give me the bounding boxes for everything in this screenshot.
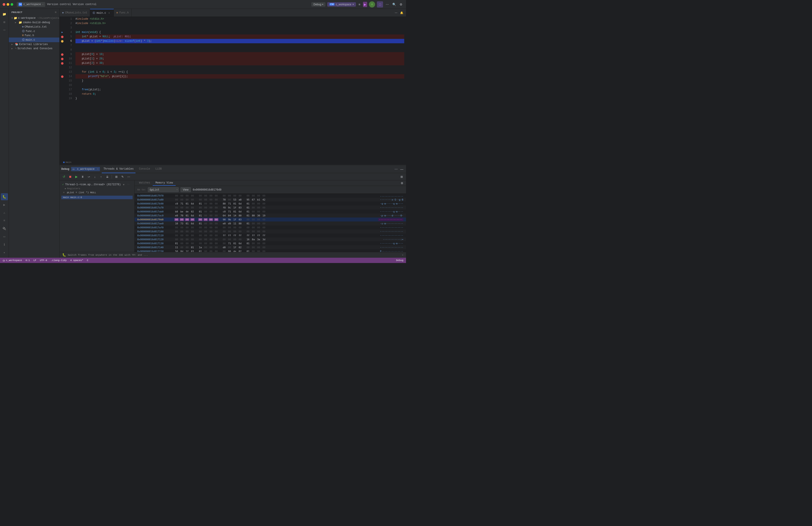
status-indent[interactable]: 4 spaces* (70, 259, 83, 262)
list-icon[interactable]: ≡ (1, 217, 8, 224)
code-text: <stdio.h> (90, 17, 104, 21)
panel-tab-console[interactable]: Console (137, 165, 152, 173)
tab-func-h[interactable]: H func.h (114, 9, 132, 17)
pause-button[interactable]: ⏸ (80, 174, 85, 179)
rerun-button[interactable]: ↺ (61, 174, 67, 179)
mem-byte: 01 (185, 202, 189, 205)
step-out-button[interactable]: ↑ (98, 174, 104, 179)
line-num-10: 10 (67, 57, 72, 61)
panel-minimize-button[interactable]: — (400, 167, 404, 172)
tab-close-icon[interactable]: ✕ (107, 11, 111, 15)
mem-bytes-14: 11 00 00 01 1a 00 00 00 d0 (174, 246, 376, 249)
cmake-tab-icon: ⊕ (62, 11, 64, 14)
gutter-cell-9[interactable]: ⬤ (60, 52, 65, 57)
run-debug-button[interactable]: ▶ (363, 2, 367, 7)
mem-addr-5: 0x000000016d017ab0 (137, 210, 173, 213)
stop-button[interactable]: ⏹ (68, 174, 73, 179)
memory-view-tab[interactable]: Memory View (153, 181, 175, 186)
sidebar-icon-btn[interactable]: ≡ (55, 11, 57, 14)
database-icon[interactable]: 🔌 (1, 225, 8, 232)
status-line-ending[interactable]: LF (33, 259, 36, 262)
open-tab-button[interactable]: ⊞ (399, 174, 404, 179)
workspace-panel-tab[interactable]: 🗂 c_workspace ✕ (71, 167, 100, 171)
step-over-button[interactable]: ⤻ (86, 174, 91, 179)
evaluate-button[interactable]: ⊞ (114, 174, 119, 179)
gutter-cell-6[interactable]: ⬤ (60, 39, 65, 43)
debug-view-button[interactable]: □ (377, 1, 383, 8)
sidebar-item-external-libs[interactable]: ▶ 📚 External Libraries (9, 42, 59, 46)
search-button[interactable]: 🔍 (391, 2, 397, 7)
sidebar-item-cmakelists[interactable]: ▶ ⊕ CMakeLists.txt (9, 25, 59, 29)
sidebar-item-cmake-build[interactable]: ▶ 📁 cmake-build-debug (9, 20, 59, 25)
address-input[interactable] (148, 187, 179, 192)
close-button[interactable] (3, 3, 5, 6)
step-into-mine-button[interactable]: ⇊ (105, 174, 110, 179)
mem-byte: 01 (198, 214, 203, 217)
gutter-cell-10[interactable]: ⬤ (60, 57, 65, 61)
sidebar-item-main-c[interactable]: ▶ Ⓒ main.c (9, 38, 59, 42)
gutter-cell-5[interactable]: ⬤ (60, 34, 65, 39)
tab-settings-button[interactable]: ⋯ (394, 10, 398, 15)
close-tab-icon[interactable]: ✕ (97, 168, 99, 171)
breadcrumb-text[interactable]: main (66, 161, 71, 164)
debug-button[interactable]: Debug ▾ (311, 2, 325, 6)
thread-more-button[interactable]: ⋯ (127, 183, 130, 186)
memory-settings-button[interactable]: ⚙ (400, 181, 404, 186)
panel-tab-threads[interactable]: Threads & Variables (102, 165, 135, 173)
more-debug-button[interactable]: ⋯ (126, 174, 131, 179)
more-options-button[interactable]: ⋯ (385, 2, 390, 7)
notification-close-button[interactable]: ✕ (402, 254, 403, 256)
sidebar-item-func-h[interactable]: ▶ H func.h (9, 33, 59, 38)
mem-byte: 00 (214, 246, 218, 249)
workspace-selector[interactable]: CW c_workspace ▾ (17, 2, 45, 7)
avatar-button[interactable]: A (369, 1, 375, 8)
status-inspections[interactable]: .clang-tidy (51, 259, 67, 262)
panel-more-button[interactable]: ⋯ (394, 167, 398, 172)
tab-cmakelists[interactable]: ⊕ CMakeLists.txt (60, 9, 90, 17)
debug-sidebar-icon[interactable]: 🐛 (1, 193, 8, 200)
status-file-type[interactable]: C (87, 259, 88, 262)
ai-icon[interactable]: ✦ (1, 249, 8, 256)
code-editor[interactable]: #include <stdio.h> #include <stdlib.h> i… (74, 17, 404, 160)
step-into-button[interactable]: ↓ (92, 174, 98, 179)
edit-watches-button[interactable]: ✎ (120, 174, 125, 179)
tab-main-c[interactable]: Ⓒ main.c ✕ (90, 9, 114, 17)
sidebar-item-c-workspace[interactable]: ▼ 📁 c-workspace ~/CLionProjects/c-worksp… (9, 16, 59, 20)
format-button[interactable]: ≡ (358, 2, 361, 7)
sidebar-item-scratches[interactable]: ▶ ✎ Scratches and Consoles (9, 46, 59, 51)
structure-icon[interactable]: ⊞ (1, 18, 8, 26)
info-icon[interactable]: ℹ (1, 241, 8, 248)
terminal-icon[interactable]: ▭ (1, 233, 8, 240)
workspace-badge: CW (330, 3, 334, 5)
mem-addr-10: 0x000000016d017100 (137, 230, 173, 233)
mem-byte: 00 (262, 246, 266, 249)
problems-icon[interactable]: ⚠ (1, 209, 8, 216)
status-encoding[interactable]: UTF-8 (40, 259, 47, 262)
workspace-run-button[interactable]: CW c_workspace ▾ (327, 2, 356, 6)
status-position[interactable]: 6:1 (26, 259, 30, 262)
editor-scrollbar[interactable] (404, 17, 406, 160)
settings-button[interactable]: ⚙ (399, 2, 403, 7)
version-control-text[interactable]: Version control (73, 3, 97, 6)
minimize-button[interactable] (6, 3, 9, 6)
mem-byte: 00 (174, 206, 179, 209)
tab-bell-button[interactable]: 🔔 (399, 10, 404, 15)
maximize-button[interactable] (11, 3, 13, 6)
panel-tab-lldb[interactable]: LLDB (154, 165, 163, 173)
more-tools-icon[interactable]: ⋯ (1, 27, 8, 33)
status-workspace[interactable]: 🗂 c_workspace (3, 259, 22, 262)
address-dropdown-icon[interactable]: ▾ (176, 188, 178, 191)
frame-item-registers[interactable]: ▶ Registers (61, 187, 133, 190)
frame-item-main[interactable]: main main.c:6 (61, 196, 133, 199)
sidebar-item-func-c[interactable]: ▶ Ⓒ func.c (9, 29, 59, 33)
run-icon[interactable]: ▶ (1, 201, 8, 208)
version-control-label[interactable]: Version control (47, 3, 71, 6)
thread-item[interactable]: ✓ Thread-1-<com.ap..thread> (8172278) ▼ … (61, 182, 133, 187)
watches-tab[interactable]: Watches (136, 181, 153, 186)
resume-button[interactable]: ▶ (74, 174, 79, 179)
gutter-cell-11[interactable]: ⬤ (60, 61, 65, 65)
thread-filter-button[interactable]: ▼ (122, 183, 125, 186)
view-button[interactable]: View (180, 187, 191, 192)
project-files-icon[interactable]: 📁 (1, 11, 8, 18)
gutter-cell-14[interactable]: ⬤ (60, 74, 65, 79)
